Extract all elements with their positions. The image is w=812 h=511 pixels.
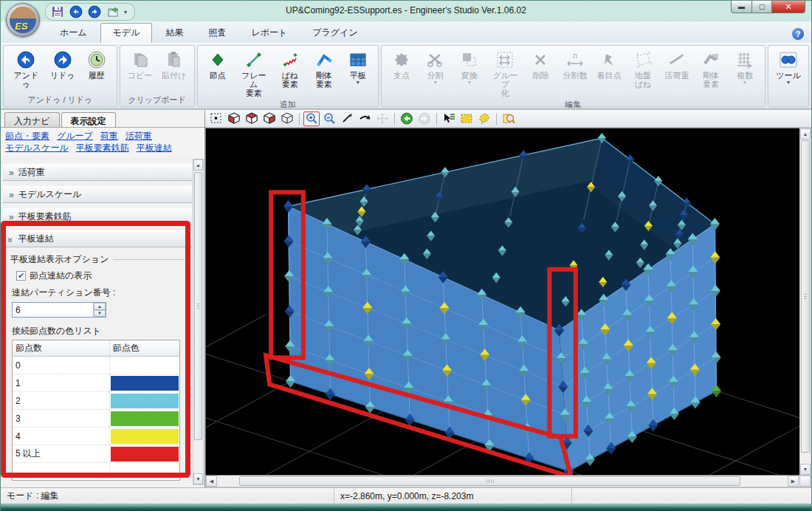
sidebar-link-平板要素鉄筋[interactable]: 平板要素鉄筋 (76, 143, 129, 153)
ribbon-tab-プラグイン[interactable]: プラグイン (300, 24, 369, 43)
sidebar-tab-表示設定[interactable]: 表示設定 (61, 112, 116, 127)
sidebar-link-活荷重[interactable]: 活荷重 (125, 131, 152, 141)
ribbon-tab-結果[interactable]: 結果 (154, 24, 195, 43)
ribbon-button-リドゥ[interactable]: リドゥ (46, 47, 80, 95)
select-lasso-icon[interactable] (476, 112, 492, 126)
checkbox-icon[interactable]: ✔ (16, 271, 26, 281)
scroll-down-icon[interactable]: ▼ (193, 473, 203, 484)
ribbon-button-ツール[interactable]: ツール▼ (771, 47, 805, 95)
view-cube-wireframe-icon[interactable] (279, 112, 295, 126)
application-menu-button[interactable]: ES (6, 3, 40, 37)
select-rectangle-icon[interactable] (458, 112, 475, 126)
column-header-節点数: 節点数 (13, 340, 110, 357)
marquee-select-icon[interactable] (208, 112, 224, 126)
view-back-icon[interactable] (399, 112, 415, 126)
ribbon-button-分割数: n分割数 (558, 47, 592, 99)
viewport-horizontal-scrollbar[interactable]: ◀ ▶ (205, 476, 811, 487)
sidebar-link-節点・要素[interactable]: 節点・要素 (5, 131, 49, 141)
node-connection-checkbox-row[interactable]: ✔節点連結の表示 (16, 270, 187, 282)
color-table-row[interactable]: 1 (13, 374, 180, 392)
maximize-button[interactable]: ▢ (752, 1, 772, 13)
accordion-header-活荷重[interactable]: »活荷重 (3, 164, 192, 181)
color-table-row[interactable]: 0 (13, 357, 180, 374)
rigid-element-icon (314, 49, 334, 71)
view-cube-front-icon[interactable] (226, 112, 242, 126)
dropdown-arrow-icon: ▼ (743, 80, 748, 85)
sidebar-link-平板連結[interactable]: 平板連結 (137, 143, 172, 153)
sidebar: 入力ナビ表示設定 節点・要素グループ荷重活荷重モデルスケール平板要素鉄筋平板連結… (1, 110, 205, 487)
accordion-header-モデルスケール[interactable]: »モデルスケール (3, 186, 192, 203)
viewport-vscroll-thumb[interactable] (801, 140, 810, 453)
help-icon[interactable]: ? (792, 28, 804, 40)
scroll-right-icon[interactable]: ▶ (788, 476, 799, 487)
ribbon-button-分割: 分割▼ (419, 47, 453, 99)
zoom-out-icon[interactable]: − (321, 112, 337, 126)
scroll-down-icon[interactable]: ▼ (800, 464, 811, 475)
zoom-fit-icon[interactable] (339, 112, 355, 126)
ribbon-tab-レポート[interactable]: レポート (239, 24, 299, 43)
scroll-up-icon[interactable]: ▲ (800, 128, 811, 140)
view-cube-side-icon[interactable] (261, 112, 278, 126)
viewport-hscroll-thumb[interactable] (239, 476, 740, 486)
plate-icon (348, 49, 368, 71)
zoom-window-icon[interactable] (500, 112, 517, 126)
svg-text:z: z (636, 52, 639, 56)
ribbon-group-tools: ツール▼ (768, 45, 809, 107)
ribbon-tab-照査[interactable]: 照査 (196, 24, 238, 43)
sidebar-scrollbar[interactable]: ▲ ▼ (193, 159, 204, 485)
title-bar: ▾ UP&Coming92-ESSupport.es - Engineer's … (1, 1, 811, 21)
ribbon: アンドゥリドゥ履歴アンドゥ / リドゥコピー貼付けクリップボード節点フレーム 要… (1, 43, 811, 109)
ribbon-button-支点: 支点 (385, 47, 419, 99)
dropdown-arrow-icon: ▼ (355, 80, 360, 85)
color-table-row[interactable]: 4 (13, 428, 180, 445)
model-canvas[interactable] (205, 128, 799, 476)
scroll-up-icon[interactable]: ▲ (193, 160, 203, 171)
zoom-in-icon[interactable]: + (303, 112, 320, 126)
rotate-view-icon[interactable] (357, 112, 373, 126)
accordion-header-平板要素鉄筋[interactable]: »平板要素鉄筋 (3, 208, 192, 225)
select-cursor-icon[interactable] (441, 112, 457, 126)
ribbon-button-剛体要素[interactable]: 剛体 要素 (307, 47, 341, 99)
sidebar-tab-入力ナビ[interactable]: 入力ナビ (4, 112, 60, 127)
ribbon-button-貼付け: 貼付け (157, 47, 191, 95)
scroll-left-icon[interactable]: ◀ (206, 476, 217, 487)
accordion-header-平板連結[interactable]: »平板連結 (3, 230, 192, 247)
split-icon (425, 49, 446, 71)
undo-icon (16, 49, 36, 71)
ribbon-button-フレーム要素[interactable]: フレーム 要素 (235, 47, 273, 99)
ribbon-button-アンドゥ[interactable]: アンドゥ (7, 47, 46, 95)
display-settings-accordion: »活荷重»モデルスケール»平板要素鉄筋»平板連結平板連結表示オプション✔節点連結… (3, 159, 192, 485)
ribbon-button-活荷重: 活荷重 (660, 47, 694, 99)
sidebar-link-荷重[interactable]: 荷重 (100, 131, 118, 141)
partition-number-input[interactable]: 6▲▼ (12, 302, 106, 318)
close-button[interactable]: ✕ (772, 1, 805, 13)
ribbon-button-履歴[interactable]: 履歴 (80, 47, 114, 95)
ribbon-group-クリップボード: コピー貼付けクリップボード (120, 45, 195, 107)
ribbon-button-ばね要素[interactable]: ばね 要素 (273, 47, 307, 99)
spin-up-icon[interactable]: ▲ (94, 303, 106, 310)
spin-down-icon[interactable]: ▼ (94, 310, 106, 318)
color-table-row[interactable]: 3 (13, 410, 180, 428)
status-bar: モード : 編集 x=-2.860m, y=0.000m, z=-8.203m (1, 487, 811, 504)
view-cube-top-icon[interactable] (244, 112, 260, 126)
model-3d-scene (206, 128, 799, 475)
ribbon-tab-ホーム[interactable]: ホーム (48, 24, 99, 43)
sidebar-scroll-thumb[interactable] (194, 172, 202, 440)
viewport-vertical-scrollbar[interactable]: ▲ ▼ (799, 128, 811, 476)
sidebar-link-モデルスケール[interactable]: モデルスケール (5, 143, 69, 153)
toolbar-separator (299, 113, 300, 125)
color-table-row[interactable]: 2 (13, 392, 180, 410)
spring-element-icon (280, 49, 300, 71)
support-icon (391, 49, 412, 71)
color-table-row[interactable]: 5 以上 (13, 445, 180, 463)
minimize-button[interactable]: ▬ (731, 1, 752, 13)
ribbon-button-平板[interactable]: 平板▼ (341, 47, 375, 99)
ribbon-group-label: アンドゥ / リドゥ (4, 95, 117, 106)
ribbon-button-節点[interactable]: 節点 (201, 47, 235, 99)
ground-spring-icon: zzzz (633, 49, 653, 71)
cursor-coordinates: x=-2.860m, y=0.000m, z=-8.203m (334, 488, 572, 504)
node-color-table: 節点数節点色 0 1 2 3 4 5 以上 (12, 340, 180, 481)
ribbon-tab-モデル[interactable]: モデル (100, 23, 153, 43)
pan-view-icon (374, 112, 390, 126)
sidebar-link-グループ[interactable]: グループ (57, 131, 93, 141)
